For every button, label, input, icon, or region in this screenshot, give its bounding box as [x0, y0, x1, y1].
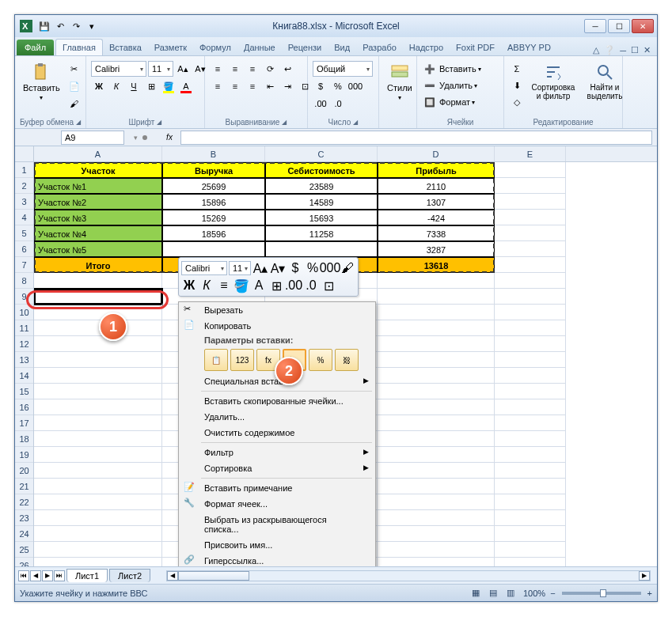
cell[interactable] — [495, 305, 566, 320]
cm-insert-comment[interactable]: 📝Вставить примечание — [179, 480, 375, 496]
cell[interactable] — [34, 368, 162, 384]
zoom-level[interactable]: 100% — [523, 589, 545, 598]
paste-opt-percent[interactable]: % — [309, 349, 332, 371]
indent-dec-icon[interactable]: ⇤ — [262, 78, 278, 94]
row-header[interactable]: 15 — [15, 384, 33, 399]
cell[interactable]: 7338 — [378, 225, 495, 241]
cell[interactable] — [34, 384, 162, 399]
bold-icon[interactable]: Ж — [91, 78, 107, 94]
select-all-corner[interactable] — [15, 146, 33, 162]
cell[interactable] — [34, 305, 162, 320]
indent-inc-icon[interactable]: ⇥ — [279, 78, 295, 94]
cell[interactable] — [34, 463, 162, 479]
cell[interactable] — [495, 352, 566, 368]
cell[interactable]: Участок №5 — [34, 241, 162, 257]
row-header[interactable]: 12 — [15, 336, 33, 352]
maximize-button[interactable]: ☐ — [608, 19, 630, 33]
format-cells-icon[interactable]: 🔲 — [422, 94, 438, 110]
cm-pick-list[interactable]: Выбрать из раскрывающегося списка... — [179, 512, 375, 537]
cell[interactable]: 3287 — [378, 241, 495, 257]
mini-grow-font-icon[interactable]: A▴ — [252, 260, 268, 276]
row-header[interactable]: 10 — [15, 305, 33, 320]
align-middle-icon[interactable]: ≡ — [227, 61, 243, 77]
row-header[interactable]: 9 — [15, 289, 33, 305]
delete-cells-icon[interactable]: ➖ — [422, 78, 438, 93]
mini-shrink-font-icon[interactable]: A▾ — [270, 260, 286, 276]
tab-review[interactable]: Рецензи — [282, 40, 328, 55]
cell[interactable]: Выручка — [162, 162, 265, 178]
cm-clear[interactable]: Очистить содержимое — [179, 425, 375, 441]
cell[interactable] — [378, 415, 495, 431]
tab-addins[interactable]: Надстро — [403, 40, 450, 55]
cell[interactable] — [495, 320, 566, 336]
copy-icon[interactable]: 📄 — [66, 78, 82, 94]
row-header[interactable]: 1 — [15, 162, 33, 178]
sheet-nav-prev-icon[interactable]: ◀ — [30, 570, 41, 581]
cell[interactable] — [34, 399, 162, 415]
row-header[interactable]: 17 — [15, 415, 33, 431]
cell[interactable] — [378, 273, 495, 289]
row-header[interactable]: 2 — [15, 178, 33, 194]
mini-size-combo[interactable]: 11 — [229, 261, 251, 275]
minimize-button[interactable]: ─ — [584, 19, 606, 33]
zoom-in-icon[interactable]: + — [647, 589, 652, 598]
cell[interactable] — [378, 526, 495, 542]
col-header[interactable]: A — [34, 146, 162, 161]
cell[interactable] — [495, 289, 566, 305]
cell[interactable] — [495, 384, 566, 399]
zoom-out-icon[interactable]: − — [550, 589, 555, 598]
fill-icon[interactable]: ⬇ — [509, 78, 525, 93]
cell[interactable] — [495, 225, 566, 241]
orientation-icon[interactable]: ⟳ — [262, 61, 278, 77]
cell[interactable] — [162, 241, 265, 257]
cell[interactable]: Участок №4 — [34, 225, 162, 241]
window-restore-icon[interactable]: ☐ — [631, 45, 639, 55]
cell[interactable] — [34, 479, 162, 494]
cell[interactable] — [495, 494, 566, 510]
cell[interactable] — [378, 542, 495, 558]
cell[interactable] — [378, 479, 495, 494]
cell[interactable] — [34, 526, 162, 542]
tab-view[interactable]: Вид — [328, 40, 356, 55]
mini-font-color-icon[interactable]: A — [251, 278, 267, 293]
cell[interactable] — [34, 289, 162, 305]
cm-define-name[interactable]: Присвоить имя... — [179, 537, 375, 553]
cell[interactable] — [495, 194, 566, 210]
cm-copy[interactable]: 📄Копировать — [179, 318, 375, 334]
mini-percent-icon[interactable]: % — [305, 260, 321, 276]
redo-icon[interactable]: ↷ — [69, 19, 83, 33]
font-name-combo[interactable]: Calibri — [91, 61, 146, 77]
percent-icon[interactable]: % — [330, 78, 346, 94]
number-format-combo[interactable]: Общий — [313, 61, 373, 77]
fx-icon[interactable]: fx — [163, 131, 176, 144]
close-button[interactable]: ✕ — [632, 19, 654, 33]
sheet-nav-next-icon[interactable]: ▶ — [42, 570, 53, 581]
window-close-icon[interactable]: ✕ — [644, 45, 651, 55]
cell[interactable] — [495, 463, 566, 479]
cell[interactable] — [34, 558, 162, 566]
mini-font-combo[interactable]: Calibri — [181, 261, 227, 275]
name-box-dropdown-icon[interactable]: ▾ — [134, 134, 138, 142]
window-min-icon[interactable]: ─ — [620, 46, 626, 55]
mini-format-painter-icon[interactable]: 🖌 — [340, 260, 355, 276]
row-header[interactable]: 13 — [15, 352, 33, 368]
comma-icon[interactable]: 000 — [347, 78, 363, 94]
dec-decimal-icon[interactable]: .0 — [330, 96, 346, 112]
cell[interactable]: Участок №3 — [34, 210, 162, 225]
cell[interactable]: 14589 — [265, 194, 378, 210]
row-header[interactable]: 8 — [15, 273, 33, 289]
paste-button[interactable]: Вставить ▾ — [20, 61, 63, 103]
cell[interactable]: 15693 — [265, 210, 378, 225]
cell[interactable] — [378, 368, 495, 384]
mini-currency-icon[interactable]: $ — [287, 260, 303, 276]
undo-icon[interactable]: ↶ — [53, 19, 67, 33]
mini-italic-icon[interactable]: К — [199, 278, 215, 293]
cell[interactable] — [378, 399, 495, 415]
cm-sort[interactable]: Сортировка▶ — [179, 460, 375, 476]
align-center-icon[interactable]: ≡ — [227, 78, 243, 94]
cell[interactable] — [495, 241, 566, 257]
sort-filter-button[interactable]: Сортировка и фильтр — [528, 61, 579, 102]
cell[interactable] — [495, 368, 566, 384]
align-bottom-icon[interactable]: ≡ — [245, 61, 260, 77]
cancel-icon[interactable] — [142, 135, 147, 140]
